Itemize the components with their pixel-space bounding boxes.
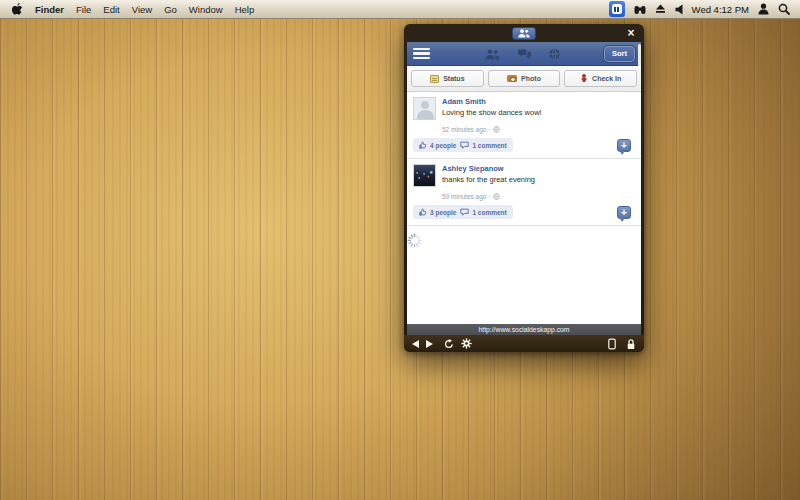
menu-finder[interactable]: Finder xyxy=(35,4,64,15)
refresh-icon[interactable] xyxy=(444,339,454,349)
menu-help[interactable]: Help xyxy=(235,4,255,15)
add-comment-plus-icon[interactable]: + xyxy=(617,206,631,219)
post-author-link[interactable]: Ashley Siepanow xyxy=(442,164,535,174)
hamburger-icon[interactable] xyxy=(413,48,430,59)
post-author-link[interactable]: Adam Smith xyxy=(442,97,542,107)
photo-camera-icon xyxy=(507,75,517,82)
post-message: Loving the show dances wow! xyxy=(442,108,542,118)
feed-loading-area xyxy=(407,226,641,324)
scrollbar-thumb[interactable] xyxy=(638,44,641,67)
photo-button-label: Photo xyxy=(521,75,541,82)
feed-post: Ashley Siepanow thanks for the great eve… xyxy=(407,159,641,226)
friends-icon[interactable] xyxy=(484,49,500,60)
comment-bubble-icon xyxy=(460,208,469,216)
post-time-text: 59 minutes ago · xyxy=(442,193,490,200)
checkin-pin-icon xyxy=(580,74,588,84)
menu-go[interactable]: Go xyxy=(164,4,177,15)
desktop-wallpaper xyxy=(0,0,800,500)
composer-bar: Status Photo Check In xyxy=(407,66,641,92)
add-comment-plus-icon[interactable]: + xyxy=(617,139,631,152)
likes-count: 4 people xyxy=(430,142,456,149)
fb-toolbar-tabs xyxy=(484,42,560,66)
gear-icon[interactable] xyxy=(461,338,472,349)
photo-button[interactable]: Photo xyxy=(488,70,561,87)
back-icon[interactable] xyxy=(412,340,419,348)
binoculars-icon[interactable] xyxy=(634,4,646,15)
post-message: thanks for the great evening xyxy=(442,175,535,185)
avatar[interactable] xyxy=(413,164,436,187)
globe-privacy-icon xyxy=(493,126,500,133)
comments-count: 1 comment xyxy=(472,209,506,216)
menu-view[interactable]: View xyxy=(132,4,152,15)
forward-icon[interactable] xyxy=(426,340,433,348)
checkin-button-label: Check In xyxy=(592,75,621,82)
globe-privacy-icon xyxy=(493,193,500,200)
window-bottom-toolbar xyxy=(404,335,644,352)
messages-icon[interactable] xyxy=(517,49,531,60)
checkin-button[interactable]: Check In xyxy=(564,70,637,87)
apple-icon[interactable] xyxy=(12,3,23,16)
likes-comments-pill[interactable]: 4 people 1 comment xyxy=(413,138,513,152)
thumbs-up-icon xyxy=(419,141,427,149)
news-feed: Adam Smith Loving the show dances wow! 5… xyxy=(407,92,641,324)
post-timestamp: 52 minutes ago · xyxy=(442,126,635,133)
status-note-icon xyxy=(430,75,439,83)
app-status-icon[interactable] xyxy=(609,1,625,17)
avatar[interactable] xyxy=(413,97,436,120)
status-button-label: Status xyxy=(443,75,464,82)
people-badge-icon xyxy=(512,27,536,40)
loading-spinner xyxy=(407,233,422,248)
likes-count: 3 people xyxy=(430,209,456,216)
post-time-text: 52 minutes ago · xyxy=(442,126,490,133)
user-icon[interactable] xyxy=(758,3,769,15)
close-icon[interactable]: × xyxy=(624,26,638,40)
social-app-window: × xyxy=(404,24,644,352)
status-button[interactable]: Status xyxy=(411,70,484,87)
comments-count: 1 comment xyxy=(472,142,506,149)
fb-toolbar: Sort xyxy=(407,42,641,66)
menu-bar-left: Finder File Edit View Go Window Help xyxy=(0,3,254,16)
volume-icon[interactable] xyxy=(675,4,683,15)
phone-icon[interactable] xyxy=(608,338,616,350)
comment-bubble-icon xyxy=(460,141,469,149)
webview-content: Sort Status Photo Check In xyxy=(407,42,641,335)
menu-bar: Finder File Edit View Go Window Help xyxy=(0,0,800,19)
menu-edit[interactable]: Edit xyxy=(103,4,119,15)
likes-comments-pill[interactable]: 3 people 1 comment xyxy=(413,205,513,219)
thumbs-up-icon xyxy=(419,208,427,216)
globe-icon[interactable] xyxy=(548,48,560,60)
lock-icon[interactable] xyxy=(626,338,636,350)
post-timestamp: 59 minutes ago · xyxy=(442,193,635,200)
sort-button[interactable]: Sort xyxy=(604,46,635,62)
eject-icon[interactable] xyxy=(655,4,666,14)
feed-post: Adam Smith Loving the show dances wow! 5… xyxy=(407,92,641,159)
status-url-bar: http://www.socialdeskapp.com xyxy=(407,324,641,335)
menu-bar-status-area: Wed 4:12 PM xyxy=(609,1,800,17)
menu-file[interactable]: File xyxy=(76,4,91,15)
window-title-bar[interactable]: × xyxy=(404,24,644,42)
search-icon[interactable] xyxy=(778,3,790,15)
menu-window[interactable]: Window xyxy=(189,4,223,15)
menu-bar-clock[interactable]: Wed 4:12 PM xyxy=(692,4,749,15)
